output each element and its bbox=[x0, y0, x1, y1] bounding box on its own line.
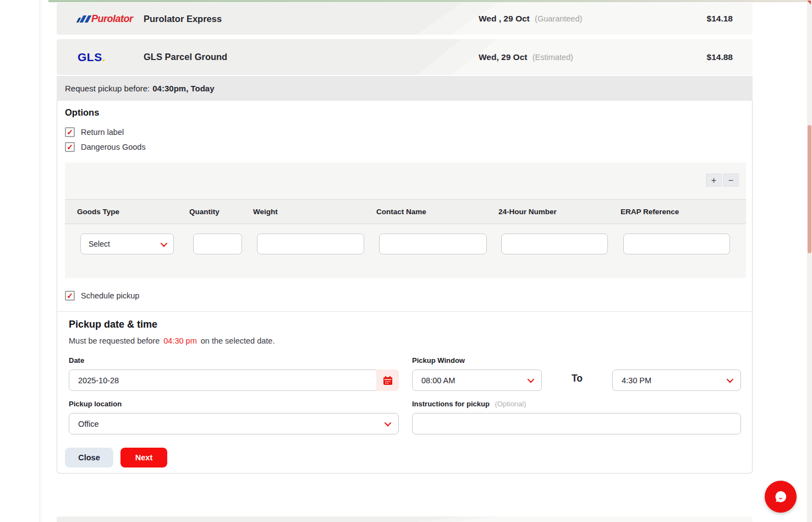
window-to-select[interactable]: 4:30 PM bbox=[612, 369, 741, 391]
window-from-select[interactable]: 08:00 AM bbox=[412, 369, 542, 391]
quantity-input[interactable] bbox=[193, 233, 242, 254]
pickup-window-label: Pickup Window bbox=[412, 356, 465, 365]
service-name: GLS Parcel Ground bbox=[144, 52, 227, 62]
section-divider bbox=[57, 311, 752, 312]
delivery-date: Wed, 29 Oct (Estimated) bbox=[479, 52, 573, 62]
scrollbar-thumb[interactable] bbox=[808, 125, 811, 253]
optional-hint: (Optional) bbox=[495, 400, 526, 408]
return-label-checkbox[interactable]: ✓ bbox=[65, 127, 75, 137]
dangerous-goods-checkbox[interactable]: ✓ bbox=[65, 142, 75, 152]
col-quantity: Quantity bbox=[189, 208, 220, 216]
erap-reference-input[interactable] bbox=[623, 233, 730, 254]
deadline-time: 04:30 pm bbox=[163, 336, 196, 345]
pickup-date-field[interactable]: 2025-10-28 bbox=[69, 369, 399, 391]
calendar-icon bbox=[383, 376, 393, 385]
pickup-location-select[interactable]: Office bbox=[69, 413, 399, 434]
schedule-pickup-text: Schedule pickup bbox=[81, 291, 139, 300]
rate-price: $14.18 bbox=[707, 14, 733, 24]
dangerous-goods-panel: + − Goods Type Quantity Weight Contact N… bbox=[65, 162, 746, 278]
schedule-pickup-checkbox[interactable]: ✓ bbox=[65, 291, 75, 301]
page-left-divider bbox=[39, 0, 42, 522]
col-contact-name: Contact Name bbox=[376, 208, 426, 216]
col-erap-reference: ERAP Reference bbox=[621, 208, 679, 216]
dangerous-goods-text: Dangerous Goods bbox=[81, 143, 146, 151]
request-pickup-notice: Request pickup before: 04:30pm, Today bbox=[57, 76, 753, 101]
pickup-date-value: 2025-10-28 bbox=[78, 376, 119, 385]
options-heading: Options bbox=[65, 107, 99, 118]
chat-bubble-icon bbox=[772, 488, 789, 505]
page-scrollbar[interactable] bbox=[807, 0, 812, 522]
window-to-text: To bbox=[569, 373, 585, 384]
check-icon: ✓ bbox=[67, 143, 73, 151]
chevron-down-icon bbox=[727, 376, 734, 383]
gls-logo: GLS. bbox=[78, 51, 141, 64]
instructions-input[interactable] bbox=[412, 413, 741, 434]
shipping-rates-page: Purolator Purolator Express Wed , 29 Oct… bbox=[0, 0, 812, 522]
delivery-date: Wed , 29 Oct (Guaranteed) bbox=[479, 14, 582, 24]
col-goods-type: Goods Type bbox=[77, 208, 119, 216]
date-qualifier: (Estimated) bbox=[533, 53, 573, 62]
chevron-down-icon bbox=[528, 376, 535, 383]
chevron-down-icon bbox=[385, 420, 392, 427]
contact-name-input[interactable] bbox=[379, 233, 487, 254]
instructions-label: Instructions for pickup (Optional) bbox=[412, 400, 526, 408]
date-label: Date bbox=[69, 356, 84, 365]
rate-row-purolator-express[interactable]: Purolator Purolator Express Wed , 29 Oct… bbox=[57, 3, 753, 35]
chevron-down-icon bbox=[161, 240, 168, 247]
check-icon: ✓ bbox=[67, 292, 73, 300]
col-weight: Weight bbox=[253, 208, 278, 216]
schedule-pickup-option: ✓ Schedule pickup bbox=[65, 291, 139, 301]
top-green-strip bbox=[48, 0, 812, 2]
pickup-location-label: Pickup location bbox=[69, 400, 122, 408]
scroll-top-marker bbox=[807, 1, 811, 4]
dg-table-header: Goods Type Quantity Weight Contact Name … bbox=[65, 199, 746, 224]
remove-row-button[interactable]: − bbox=[723, 173, 739, 187]
return-label-text: Return label bbox=[81, 128, 124, 137]
check-icon: ✓ bbox=[67, 128, 73, 136]
purolator-logo: Purolator bbox=[78, 13, 141, 25]
pickup-deadline-note: Must be requested before 04:30 pm on the… bbox=[69, 336, 275, 345]
weight-input[interactable] bbox=[257, 233, 364, 254]
shipment-options-panel: Options ✓ Return label ✓ Dangerous Goods… bbox=[57, 101, 753, 474]
calendar-button[interactable] bbox=[376, 369, 399, 391]
col-24-hour-number: 24-Hour Number bbox=[498, 208, 557, 216]
gls-logo-dot: . bbox=[102, 51, 106, 63]
goods-type-select[interactable]: Select bbox=[80, 233, 174, 254]
return-label-option: ✓ Return label bbox=[65, 127, 124, 137]
date-qualifier: (Guaranteed) bbox=[535, 14, 582, 23]
dg-table-row: Select bbox=[65, 233, 746, 254]
pickup-section-heading: Pickup date & time bbox=[69, 319, 157, 330]
24-hour-number-input[interactable] bbox=[501, 233, 608, 254]
add-row-button[interactable]: + bbox=[706, 173, 722, 187]
rate-row-gls-parcel-ground[interactable]: GLS. GLS Parcel Ground Wed, 29 Oct (Esti… bbox=[57, 39, 753, 75]
next-button[interactable]: Next bbox=[120, 448, 167, 467]
rate-row-partial[interactable] bbox=[57, 516, 753, 522]
pickup-deadline: 04:30pm, Today bbox=[152, 84, 214, 93]
purolator-logo-text: Purolator bbox=[91, 13, 133, 25]
dangerous-goods-option: ✓ Dangerous Goods bbox=[65, 142, 146, 152]
close-button[interactable]: Close bbox=[65, 448, 113, 467]
service-name: Purolator Express bbox=[144, 14, 222, 24]
rate-price: $14.88 bbox=[707, 52, 733, 62]
chat-widget-button[interactable] bbox=[765, 481, 797, 513]
